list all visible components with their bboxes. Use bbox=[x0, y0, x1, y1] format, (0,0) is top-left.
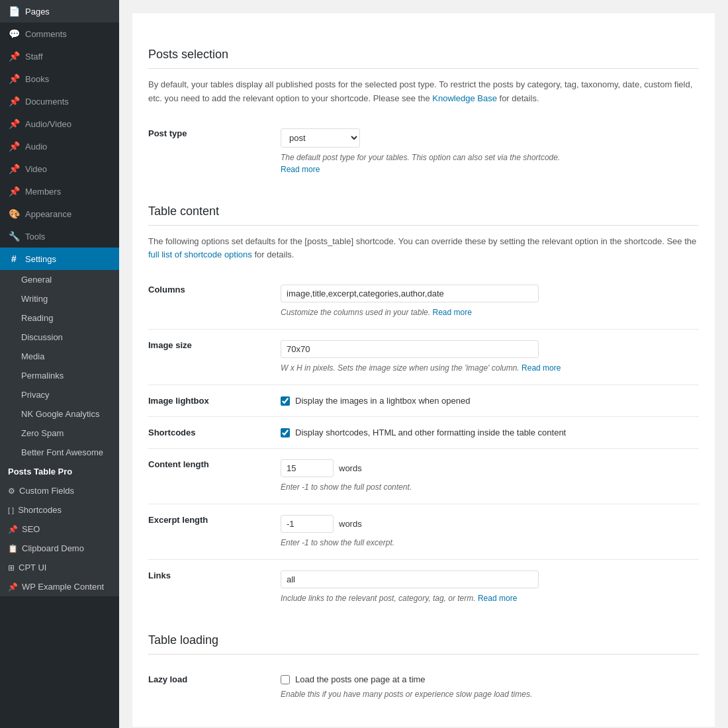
columns-description: Customize the columns used in your table… bbox=[281, 306, 699, 318]
columns-row: Columns Customize the columns used in yo… bbox=[148, 274, 699, 330]
sidebar-item-documents[interactable]: 📌 Documents bbox=[0, 90, 119, 113]
table-content-description: The following options set defaults for t… bbox=[148, 235, 699, 263]
sidebar: 📄 Pages 💬 Comments 📌 Staff 📌 Books 📌 Doc… bbox=[0, 0, 119, 728]
sidebar-item-clipboard[interactable]: 📋Clipboard Demo bbox=[0, 539, 119, 558]
sidebar-label-documents: Documents bbox=[25, 97, 69, 107]
sidebar-item-appearance[interactable]: 🎨 Appearance bbox=[0, 203, 119, 225]
seo-icon: 📌 bbox=[8, 525, 18, 534]
sidebar-item-wp-example[interactable]: 📌WP Example Content bbox=[0, 577, 119, 596]
shortcodes-icon: [ ] bbox=[8, 506, 14, 514]
sidebar-item-permalinks[interactable]: Permalinks bbox=[0, 366, 119, 385]
audio-icon: 📌 bbox=[8, 141, 20, 152]
excerpt-length-label: Excerpt length bbox=[148, 504, 281, 560]
image-lightbox-checkbox[interactable] bbox=[281, 396, 290, 406]
sidebar-label-audio: Audio bbox=[25, 142, 47, 152]
settings-submenu: General Writing Reading Discussion Media… bbox=[0, 270, 119, 596]
image-size-description: W x H in pixels. Sets the image size whe… bbox=[281, 362, 699, 374]
shortcodes-checkbox[interactable] bbox=[281, 428, 290, 437]
content-length-input[interactable] bbox=[281, 459, 334, 477]
sidebar-item-discussion[interactable]: Discussion bbox=[0, 328, 119, 347]
lazy-load-checkbox[interactable] bbox=[281, 675, 290, 684]
sidebar-item-nk-google[interactable]: NK Google Analytics bbox=[0, 404, 119, 424]
sidebar-item-posts-table-pro[interactable]: Posts Table Pro bbox=[0, 462, 119, 481]
appearance-icon: 🎨 bbox=[8, 208, 20, 219]
members-icon: 📌 bbox=[8, 186, 20, 197]
wp-example-icon: 📌 bbox=[8, 582, 18, 592]
columns-read-more-link[interactable]: Read more bbox=[432, 308, 471, 317]
sidebar-item-zero-spam[interactable]: Zero Spam bbox=[0, 424, 119, 443]
links-cell: Include links to the relevant post, cate… bbox=[281, 560, 699, 615]
sidebar-item-comments[interactable]: 💬 Comments bbox=[0, 23, 119, 45]
knowledge-base-link[interactable]: Knowledge Base bbox=[432, 93, 497, 103]
excerpt-length-description: Enter -1 to show the full excerpt. bbox=[281, 537, 699, 549]
links-input[interactable] bbox=[281, 570, 539, 588]
tools-icon: 🔧 bbox=[8, 231, 20, 242]
content-length-row: Content length words Enter -1 to show th… bbox=[148, 449, 699, 504]
full-list-link[interactable]: full list of shortcode options bbox=[148, 250, 252, 259]
sidebar-item-writing[interactable]: Writing bbox=[0, 289, 119, 308]
image-lightbox-cell: Display the images in a lightbox when op… bbox=[281, 385, 699, 417]
lazy-load-cell: Load the posts one page at a time Enable… bbox=[281, 664, 699, 711]
clipboard-icon: 📋 bbox=[8, 544, 18, 553]
cpt-ui-icon: ⊞ bbox=[8, 563, 15, 572]
excerpt-length-cell: words Enter -1 to show the full excerpt. bbox=[281, 504, 699, 560]
post-type-label: Post type bbox=[148, 118, 281, 186]
settings-form: Posts selection By default, your tables … bbox=[132, 13, 715, 727]
shortcodes-row: Shortcodes Display shortcodes, HTML and … bbox=[148, 417, 699, 449]
post-type-row: Post type post page The default post typ… bbox=[148, 118, 699, 186]
links-read-more-link[interactable]: Read more bbox=[478, 594, 517, 603]
sidebar-label-appearance: Appearance bbox=[25, 209, 71, 219]
content-length-description: Enter -1 to show the full post content. bbox=[281, 481, 699, 493]
sidebar-item-staff[interactable]: 📌 Staff bbox=[0, 45, 119, 68]
links-label: Links bbox=[148, 560, 281, 615]
sidebar-label-video: Video bbox=[25, 164, 47, 174]
table-content-title: Table content bbox=[148, 205, 699, 226]
sidebar-item-reading[interactable]: Reading bbox=[0, 308, 119, 328]
sidebar-item-privacy[interactable]: Privacy bbox=[0, 385, 119, 404]
sidebar-label-staff: Staff bbox=[25, 52, 43, 62]
sidebar-label-pages: Pages bbox=[25, 7, 50, 17]
sidebar-item-settings[interactable]: # Settings bbox=[0, 248, 119, 270]
sidebar-item-video[interactable]: 📌 Video bbox=[0, 158, 119, 180]
image-size-input[interactable] bbox=[281, 340, 539, 358]
sidebar-item-pages[interactable]: 📄 Pages bbox=[0, 0, 119, 23]
post-selection-table: Post type post page The default post typ… bbox=[148, 118, 699, 186]
columns-label: Columns bbox=[148, 274, 281, 330]
lazy-load-description2: Enable this if you have many posts or ex… bbox=[281, 688, 699, 700]
excerpt-length-row: Excerpt length words Enter -1 to show th… bbox=[148, 504, 699, 560]
sidebar-item-books[interactable]: 📌 Books bbox=[0, 68, 119, 90]
sidebar-label-tools: Tools bbox=[25, 232, 45, 242]
post-type-select[interactable]: post page bbox=[281, 128, 360, 148]
books-icon: 📌 bbox=[8, 73, 20, 84]
sidebar-item-seo[interactable]: 📌SEO bbox=[0, 520, 119, 539]
sidebar-item-better-font[interactable]: Better Font Awesome bbox=[0, 443, 119, 462]
image-size-read-more-link[interactable]: Read more bbox=[522, 363, 561, 373]
video-icon: 📌 bbox=[8, 163, 20, 174]
content-length-suffix: words bbox=[339, 463, 362, 473]
links-description: Include links to the relevant post, cate… bbox=[281, 592, 699, 604]
excerpt-length-input[interactable] bbox=[281, 515, 334, 533]
sidebar-item-audio-video[interactable]: 📌 Audio/Video bbox=[0, 113, 119, 135]
sidebar-item-custom-fields[interactable]: ⚙Custom Fields bbox=[0, 481, 119, 500]
settings-icon: # bbox=[8, 253, 20, 264]
sidebar-item-general[interactable]: General bbox=[0, 270, 119, 289]
main-content: Posts selection By default, your tables … bbox=[119, 0, 728, 728]
sidebar-item-shortcodes[interactable]: [ ]Shortcodes bbox=[0, 500, 119, 520]
shortcodes-label: Shortcodes bbox=[148, 417, 281, 449]
sidebar-item-members[interactable]: 📌 Members bbox=[0, 180, 119, 203]
sidebar-label-settings: Settings bbox=[25, 254, 56, 264]
image-lightbox-desc-label: Display the images in a lightbox when op… bbox=[295, 396, 471, 406]
image-lightbox-label: Image lightbox bbox=[148, 385, 281, 417]
shortcodes-desc-label: Display shortcodes, HTML and other forma… bbox=[295, 428, 566, 437]
sidebar-item-cpt-ui[interactable]: ⊞CPT UI bbox=[0, 558, 119, 577]
sidebar-item-tools[interactable]: 🔧 Tools bbox=[0, 225, 119, 248]
post-type-read-more-link[interactable]: Read more bbox=[281, 165, 320, 174]
content-length-cell: words Enter -1 to show the full post con… bbox=[281, 449, 699, 504]
documents-icon: 📌 bbox=[8, 96, 20, 107]
columns-input[interactable] bbox=[281, 285, 539, 302]
sidebar-item-media[interactable]: Media bbox=[0, 347, 119, 366]
audio-video-icon: 📌 bbox=[8, 118, 20, 129]
sidebar-label-members: Members bbox=[25, 187, 61, 197]
sidebar-item-audio[interactable]: 📌 Audio bbox=[0, 135, 119, 158]
shortcodes-cell: Display shortcodes, HTML and other forma… bbox=[281, 417, 699, 449]
